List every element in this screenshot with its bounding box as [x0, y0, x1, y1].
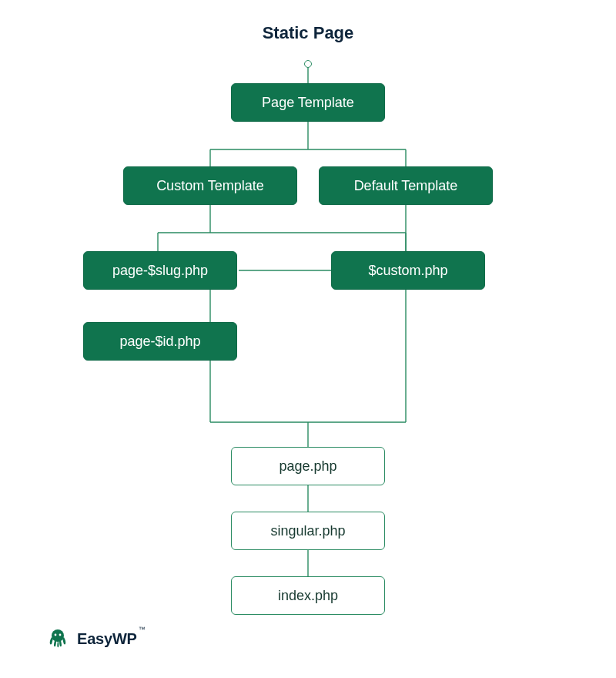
- node-custom-template: Custom Template: [123, 166, 297, 205]
- node-label: page-$slug.php: [112, 263, 208, 279]
- brand-logo: EasyWP™: [46, 627, 146, 650]
- node-label: Page Template: [262, 95, 354, 111]
- brand-name: EasyWP™: [77, 630, 146, 648]
- start-dot: [304, 60, 312, 68]
- node-label: Custom Template: [156, 178, 264, 194]
- node-label: page-$id.php: [119, 334, 200, 350]
- diagram-title: Static Page: [0, 23, 616, 43]
- node-label: singular.php: [270, 523, 345, 539]
- node-label: Default Template: [354, 178, 458, 194]
- node-page-id-php: page-$id.php: [83, 322, 237, 361]
- node-label: index.php: [278, 588, 338, 604]
- node-singular-php: singular.php: [231, 512, 385, 550]
- octopus-icon: [46, 627, 69, 650]
- node-index-php: index.php: [231, 576, 385, 615]
- node-label: $custom.php: [368, 263, 447, 279]
- node-custom-php: $custom.php: [331, 251, 485, 290]
- node-page-php: page.php: [231, 447, 385, 485]
- svg-point-16: [55, 634, 57, 636]
- svg-point-15: [52, 629, 64, 642]
- node-page-slug-php: page-$slug.php: [83, 251, 237, 290]
- svg-point-17: [59, 634, 62, 636]
- node-default-template: Default Template: [319, 166, 493, 205]
- node-page-template: Page Template: [231, 83, 385, 122]
- node-label: page.php: [279, 458, 336, 475]
